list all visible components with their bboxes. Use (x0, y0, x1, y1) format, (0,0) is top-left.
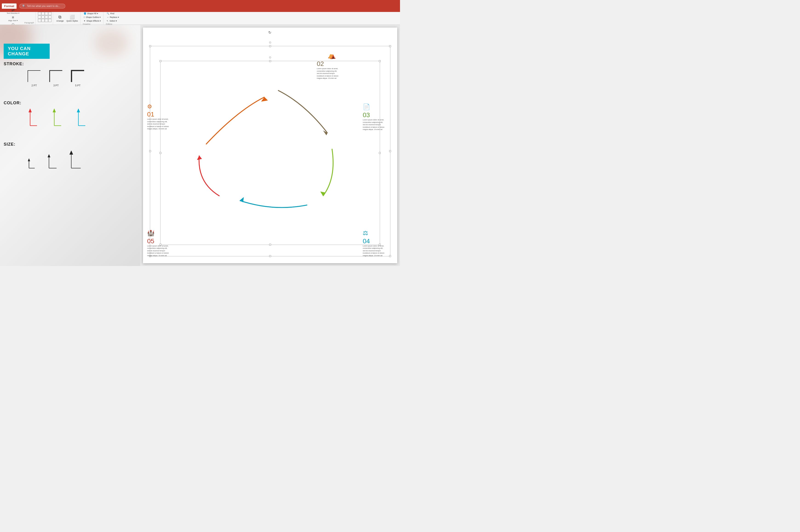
inner-handle-tl[interactable] (160, 60, 161, 62)
svg-marker-8 (77, 109, 80, 112)
shape-bracket[interactable] (48, 15, 52, 19)
size-section: SIZE: (4, 142, 137, 172)
svg-marker-18 (261, 97, 268, 102)
step-04-container: ⚖ 04 Lorem ipsum dolor sit amet, consect… (363, 229, 393, 257)
svg-marker-22 (197, 155, 202, 160)
step-04-number-text: 04 Lorem ipsum dolor sit amet, consectet… (363, 238, 393, 257)
step-03-icon: 📄 (363, 103, 393, 111)
step-05-container: 🏰 05 Lorem ipsum dolor sit amet, consect… (147, 229, 177, 257)
ribbon: Format 🔍 Tell me what you want to do... (0, 0, 400, 12)
shape-tri[interactable] (38, 15, 41, 19)
align-text-icon: ≡ (12, 16, 14, 19)
rotate-cursor-top: ↻ (268, 30, 271, 35)
toolbar: ⇄ Text Direction ▾ ≡ Align Text ▾ ⬡ Conv… (0, 12, 400, 25)
inner-handle-tc[interactable] (269, 60, 271, 62)
arrange-button[interactable]: ⧉ Arrange (55, 14, 65, 22)
stroke-shape-2pt (27, 68, 42, 83)
color-label: COLOR: (4, 101, 137, 106)
color-arrow-teal (75, 107, 90, 128)
shape-extra1[interactable] (38, 19, 41, 22)
step-05-number: 05 (147, 238, 154, 245)
shape-wave[interactable] (45, 15, 48, 19)
select-icon: ↖ (107, 20, 109, 22)
slide-container[interactable]: ↻ (143, 27, 397, 263)
arrow-svg-green (51, 107, 66, 128)
size-item-large (68, 149, 85, 172)
step-05-number-text: 05 Lorem ipsum dolor sit amet, consectet… (147, 238, 177, 257)
outer-selection-box (150, 46, 390, 256)
text-direction-button[interactable]: ⇄ Text Direction ▾ (3, 8, 23, 15)
handle-ml[interactable] (149, 150, 151, 152)
svg-marker-17 (69, 150, 73, 155)
inner-handle-ml[interactable] (160, 152, 161, 154)
align-text-label: Align Text ▾ (8, 20, 18, 22)
handle-tr[interactable] (389, 45, 391, 47)
step-01-container: ⚙ 01 Lorem ipsum dolor sit amet, consect… (147, 103, 175, 130)
step-02-icon: ⛺ (317, 52, 347, 59)
stroke-shape-5pt (70, 68, 85, 83)
step-04-icon: ⚖ (363, 229, 393, 236)
title-text: YOU CAN CHANGE (8, 46, 46, 57)
shape-rect[interactable] (38, 12, 41, 15)
shape-extra3[interactable] (45, 19, 48, 22)
inner-selection-box (160, 61, 380, 245)
stroke-section: STROKE: 2 PT 3 PT (4, 61, 137, 87)
size-svg-medium (46, 151, 60, 172)
color-examples (27, 107, 137, 128)
replace-icon: ↔ (107, 16, 109, 18)
handle-bc[interactable] (269, 255, 271, 257)
handle-tc[interactable] (269, 45, 271, 47)
step-05-icon: 🏰 (147, 229, 177, 236)
inner-rotate-handle[interactable] (269, 57, 271, 58)
search-placeholder: Tell me what you want to do... (27, 5, 60, 7)
quick-styles-label: Quick Styles (67, 20, 78, 22)
step-01-icon: ⚙ (147, 103, 152, 110)
shape-effects-button[interactable]: ✦ Shape Effects ▾ (83, 19, 102, 22)
stroke-label: STROKE: (4, 61, 137, 66)
step-03-number-text: 03 Lorem ipsum dolor sit amet, consectet… (363, 111, 393, 131)
shape-outline-button[interactable]: □ Shape Outline ▾ (83, 16, 102, 19)
replace-button[interactable]: ↔ Replace ▾ (106, 16, 120, 19)
inner-handle-tr[interactable] (379, 60, 381, 62)
handle-mr[interactable] (389, 150, 391, 152)
size-examples (27, 149, 137, 172)
shape-fill-label: Shape Fill ▾ (87, 13, 98, 15)
svg-marker-20 (320, 192, 326, 196)
replace-label: Replace ▾ (110, 16, 119, 18)
find-icon: 🔍 (107, 13, 109, 15)
stroke-item-3pt: 3 PT (49, 68, 63, 87)
handle-tl[interactable] (149, 45, 151, 47)
shape-star[interactable] (41, 15, 44, 19)
shape-fill-icon: 🪣 (84, 13, 86, 15)
shape-outline-icon: □ (84, 16, 85, 18)
select-button[interactable]: ↖ Select ▾ (106, 19, 120, 22)
shape-outline-label: Shape Outline ▾ (86, 16, 101, 18)
align-text-button[interactable]: ≡ Align Text ▾ (3, 15, 23, 22)
step-01-number-text: 01 Lorem ipsum dolor sit amet, consectet… (147, 111, 175, 130)
rotate-handle[interactable] (269, 42, 271, 43)
text-direction-label: Text Direction ▾ (7, 12, 19, 14)
editing-section: 🔍 Find ↔ Replace ▾ ↖ Select ▾ Editing (104, 12, 121, 24)
shape-fill-button[interactable]: 🪣 Shape Fill ▾ (83, 12, 102, 15)
inner-handle-mr[interactable] (379, 152, 381, 154)
step-02-number: 02 (317, 60, 324, 67)
shape-arrow[interactable] (48, 12, 52, 15)
step-03-text: Lorem ipsum dolor sit amet, consectetur … (363, 119, 385, 131)
inner-handle-bc[interactable] (269, 244, 271, 246)
shape-line[interactable] (45, 12, 48, 15)
shape-extra4[interactable] (48, 19, 52, 22)
stroke-item-5pt: 5 PT (70, 68, 85, 87)
quick-styles-button[interactable]: ⬜ Quick Styles (66, 14, 79, 22)
arrange-quickstyle-section: ⧉ Arrange ⬜ Quick Styles (54, 12, 80, 24)
shape-extra2[interactable] (41, 19, 44, 22)
step-03-container: 📄 03 Lorem ipsum dolor sit amet, consect… (363, 103, 393, 131)
arrange-label: Arrange (56, 20, 64, 22)
shape-effects-label: Shape Effects ▾ (87, 20, 101, 22)
size-svg-small (27, 153, 38, 172)
select-label: Select ▾ (109, 20, 117, 22)
ribbon-search[interactable]: 🔍 Tell me what you want to do... (19, 4, 65, 8)
find-button[interactable]: 🔍 Find (106, 12, 120, 15)
stroke-shape-3pt (49, 68, 63, 83)
shape-circle[interactable] (41, 12, 44, 15)
size-label: SIZE: (4, 142, 137, 147)
